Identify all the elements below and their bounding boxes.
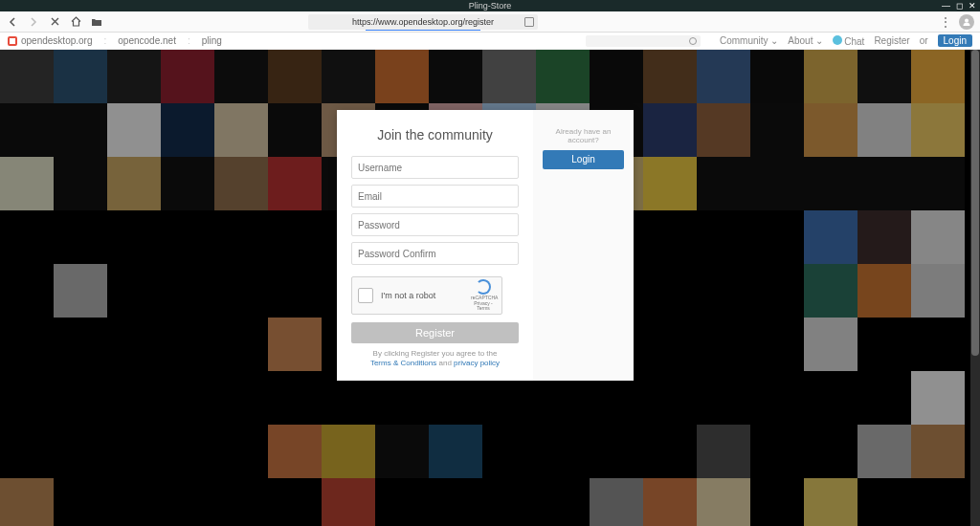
window-minimize-icon[interactable]: — bbox=[942, 1, 950, 11]
nav-or-text: or bbox=[920, 35, 928, 46]
card-title: Join the community bbox=[351, 127, 519, 142]
register-button[interactable]: Register bbox=[351, 322, 519, 343]
chevron-down-icon: ⌄ bbox=[815, 35, 823, 46]
recaptcha-label: I'm not a robot bbox=[381, 291, 463, 300]
site-topnav: opendesktop.org : opencode.net : pling C… bbox=[0, 33, 980, 50]
kebab-menu-icon[interactable]: ⋮ bbox=[940, 15, 951, 29]
url-bar[interactable]: https://www.opendesktop.org/register bbox=[308, 14, 538, 30]
nav-register[interactable]: Register bbox=[874, 35, 909, 46]
recaptcha-widget[interactable]: I'm not a robot reCAPTCHA Privacy - Term… bbox=[351, 276, 502, 315]
browser-toolbar: https://www.opendesktop.org/register ⋮ bbox=[0, 11, 980, 33]
folder-button[interactable] bbox=[90, 15, 103, 29]
password-confirm-field[interactable] bbox=[351, 242, 519, 265]
terms-link[interactable]: Terms & Conditions bbox=[370, 359, 436, 367]
window-title: Pling-Store bbox=[469, 1, 512, 11]
login-button[interactable]: Login bbox=[543, 150, 624, 169]
site-link-opencode[interactable]: opencode.net bbox=[118, 35, 176, 46]
nav-chat[interactable]: Chat bbox=[833, 35, 864, 47]
email-field[interactable] bbox=[351, 185, 519, 208]
chevron-down-icon: ⌄ bbox=[770, 35, 778, 46]
scrollbar-thumb[interactable] bbox=[971, 50, 979, 356]
recaptcha-logo-icon: reCAPTCHA Privacy - Terms bbox=[471, 279, 496, 312]
password-field[interactable] bbox=[351, 213, 519, 236]
forward-button[interactable] bbox=[27, 15, 40, 29]
home-button[interactable] bbox=[69, 15, 82, 29]
nav-about[interactable]: About ⌄ bbox=[788, 35, 823, 46]
username-field[interactable] bbox=[351, 156, 519, 179]
reader-mode-icon[interactable] bbox=[524, 17, 534, 27]
site-link-opendesktop[interactable]: opendesktop.org bbox=[8, 35, 93, 46]
site-search-input[interactable] bbox=[586, 35, 701, 47]
nav-community[interactable]: Community ⌄ bbox=[720, 35, 778, 46]
url-text: https://www.opendesktop.org/register bbox=[352, 17, 494, 27]
stop-button[interactable] bbox=[48, 15, 61, 29]
already-have-account-text: Already have an account? bbox=[543, 127, 624, 144]
privacy-link[interactable]: privacy policy bbox=[454, 359, 500, 367]
back-button[interactable] bbox=[6, 15, 19, 29]
profile-icon[interactable] bbox=[959, 14, 974, 30]
vertical-scrollbar[interactable] bbox=[970, 50, 980, 526]
site-link-pling[interactable]: pling bbox=[202, 35, 222, 46]
nav-login-button[interactable]: Login bbox=[938, 34, 972, 47]
opendesktop-logo-icon bbox=[8, 36, 17, 46]
window-titlebar: Pling-Store — ◻ ✕ bbox=[0, 0, 980, 11]
window-maximize-icon[interactable]: ◻ bbox=[956, 1, 963, 11]
svg-point-0 bbox=[965, 18, 969, 22]
recaptcha-checkbox[interactable] bbox=[358, 288, 373, 303]
window-close-icon[interactable]: ✕ bbox=[969, 1, 976, 11]
chat-icon bbox=[833, 35, 842, 45]
register-card: Join the community I'm not a robot reCAP… bbox=[337, 110, 634, 381]
register-fineprint: By clicking Register you agree to the Te… bbox=[351, 349, 519, 369]
